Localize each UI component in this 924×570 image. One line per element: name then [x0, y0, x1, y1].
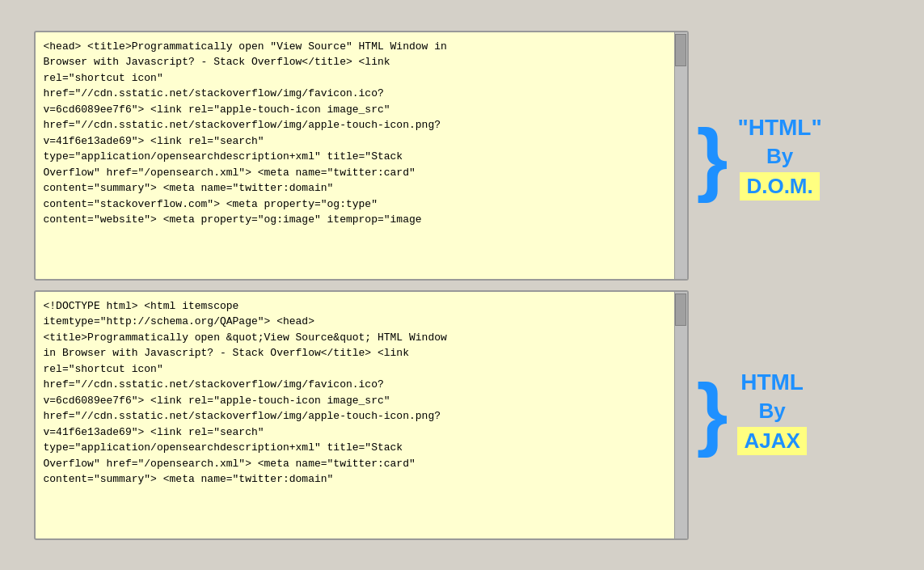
scrollbar-dom[interactable] — [674, 32, 687, 279]
label-html: HTML — [740, 369, 804, 395]
code-content-dom: <head> <title>Programmatically open "Vie… — [36, 32, 674, 279]
label-group-ajax: } HTML By AJAX — [697, 369, 807, 455]
code-content-ajax: <!DOCTYPE html> <html itemscope itemtype… — [36, 292, 674, 538]
label-text-dom: "HTML" By D.O.M. — [737, 115, 821, 201]
label-text-ajax: HTML By AJAX — [737, 369, 806, 455]
label-by-dom: By — [766, 144, 793, 169]
labels-column: } "HTML" By D.O.M. } HTML By AJAX — [689, 31, 891, 540]
code-panel-ajax: <!DOCTYPE html> <html itemscope itemtype… — [34, 290, 689, 540]
main-container: <head> <title>Programmatically open "Vie… — [18, 15, 907, 556]
panels-column: <head> <title>Programmatically open "Vie… — [34, 31, 689, 540]
scrollbar-thumb-dom — [675, 34, 686, 66]
label-badge-dom: D.O.M. — [740, 172, 819, 201]
code-text-dom: <head> <title>Programmatically open "Vie… — [44, 40, 447, 226]
label-group-dom: } "HTML" By D.O.M. — [697, 115, 822, 201]
brace-ajax: } — [697, 372, 728, 453]
label-by-ajax: By — [758, 399, 785, 424]
label-badge-ajax: AJAX — [737, 427, 806, 455]
label-html-quoted: "HTML" — [737, 115, 821, 141]
code-text-ajax: <!DOCTYPE html> <html itemscope itemtype… — [44, 300, 447, 486]
code-panel-dom: <head> <title>Programmatically open "Vie… — [34, 31, 689, 281]
brace-dom: } — [697, 117, 728, 198]
scrollbar-ajax[interactable] — [674, 292, 687, 538]
scrollbar-thumb-ajax — [675, 293, 686, 326]
